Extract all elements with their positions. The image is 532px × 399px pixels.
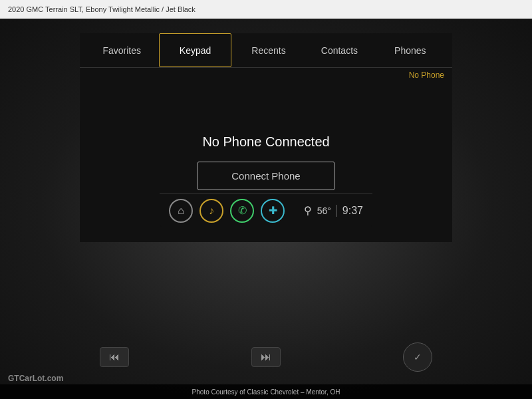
tab-phones[interactable]: Phones [375,33,446,67]
connect-phone-button[interactable]: Connect Phone [198,162,334,190]
plus-button[interactable]: ✚ [261,199,285,223]
music-icon: ♪ [209,205,214,217]
tab-keypad[interactable]: Keypad [159,33,231,67]
bottom-caption: Photo Courtesy of Classic Chevrolet – Me… [0,384,532,399]
bottom-caption-text: Photo Courtesy of Classic Chevrolet – Me… [192,388,340,396]
physical-controls: ⏮ ⏭ ✓ [100,334,432,380]
music-button[interactable]: ♪ [200,199,223,223]
prev-track-button[interactable]: ⏮ [100,347,129,367]
no-phone-status: No Phone [409,70,444,80]
screen-status: No Phone [80,68,452,82]
confirm-button[interactable]: ✓ [403,342,432,372]
caption-title: 2020 GMC Terrain SLT, Ebony Twilight Met… [8,5,196,13]
phone-button[interactable]: ✆ [230,199,254,223]
next-icon: ⏭ [261,351,271,363]
check-icon: ✓ [414,352,422,362]
status-right: ⚲ 56° 9:37 [304,204,363,217]
temperature-display: 56° [317,205,331,216]
plus-icon: ✚ [269,204,277,217]
bottom-toolbar: ⌂ ♪ ✆ ✚ ⚲ 56° 9:37 [160,193,372,227]
infotainment-screen: Favorites Keypad Recents Contacts Phones… [80,33,452,294]
time-divider [336,205,337,217]
tab-recents[interactable]: Recents [233,33,304,67]
next-track-button[interactable]: ⏭ [251,347,281,367]
home-button[interactable]: ⌂ [169,199,193,223]
watermark: GTCarLot.com [8,374,63,383]
tab-favorites[interactable]: Favorites [86,33,157,67]
prev-icon: ⏮ [109,351,120,363]
home-icon: ⌂ [178,205,184,217]
bottom-icon-group: ⌂ ♪ ✆ ✚ [169,199,285,223]
no-phone-connected-text: No Phone Connected [202,134,329,150]
time-display: 9:37 [342,205,363,217]
location-icon: ⚲ [304,204,312,217]
caption-bar: 2020 GMC Terrain SLT, Ebony Twilight Met… [0,0,532,19]
tab-contacts[interactable]: Contacts [304,33,374,67]
phone-icon: ✆ [238,204,247,217]
tab-bar: Favorites Keypad Recents Contacts Phones [80,33,452,68]
